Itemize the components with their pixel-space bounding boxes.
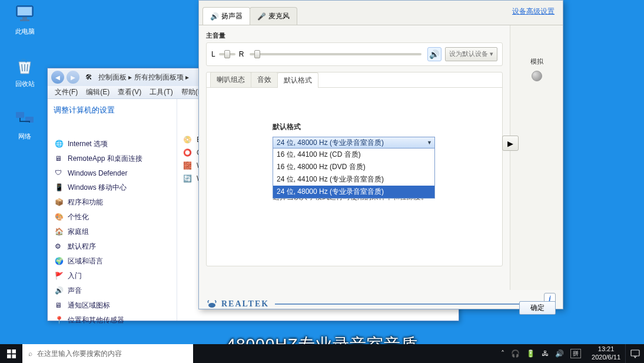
- svg-rect-11: [631, 350, 639, 356]
- search-input[interactable]: ⌕ 在这里输入你要搜索的内容: [22, 344, 193, 363]
- taskbar-clock[interactable]: 13:21 2020/6/11: [587, 345, 625, 362]
- cp-title: 调整计算机的设置: [54, 105, 171, 116]
- play-icon: ▶: [507, 139, 513, 148]
- menu-edit[interactable]: 编辑(E): [82, 86, 113, 98]
- analog-label: 模拟: [514, 57, 559, 66]
- clock-date: 2020/6/11: [592, 354, 620, 362]
- vol-l-label: L: [211, 50, 215, 58]
- nav-back-button[interactable]: ◄: [51, 71, 64, 84]
- volume-label: 主音量: [206, 31, 503, 40]
- search-icon: ⌕: [28, 349, 32, 358]
- jack-led[interactable]: [532, 71, 542, 81]
- notification-icon: [630, 349, 640, 358]
- monitor-icon: [14, 4, 35, 25]
- sound-icon: 🔊: [55, 286, 64, 296]
- desktop-icon-label: 此电脑: [15, 28, 35, 35]
- breadcrumb[interactable]: 控制面板 ▸ 所有控制面板项 ▸: [98, 72, 189, 82]
- search-placeholder: 在这里输入你要搜索的内容: [37, 349, 122, 359]
- balance-slider[interactable]: [219, 53, 235, 55]
- svg-rect-3: [20, 19, 29, 21]
- cp-item-programs[interactable]: 📦程序和功能: [54, 195, 171, 210]
- cp-item-defaultprog[interactable]: ⚙默认程序: [54, 239, 171, 254]
- format-option[interactable]: 16 位, 44100 Hz (CD 音质): [273, 148, 434, 161]
- personalize-icon: 🎨: [55, 213, 64, 222]
- programs-icon: 📦: [55, 198, 64, 207]
- subtab-format[interactable]: 默认格式: [277, 72, 318, 88]
- tray-ime[interactable]: 拼: [570, 349, 581, 358]
- desktop-icon-thispc[interactable]: 此电脑: [7, 4, 42, 36]
- svg-point-6: [208, 303, 215, 308]
- notif-icon: 🖥: [55, 301, 64, 311]
- control-panel-icon: 🛠: [85, 73, 92, 81]
- home-icon: 🏠: [55, 227, 64, 237]
- subtab-config[interactable]: 喇叭组态: [210, 72, 251, 87]
- cp-item-internet[interactable]: 🌐Internet 选项: [54, 137, 171, 151]
- test-play-button[interactable]: ▶: [502, 136, 519, 151]
- realtek-logo: REALTEK: [206, 298, 269, 310]
- cp-sidebar: 调整计算机的设置 🌐Internet 选项 🖥RemoteApp 和桌面连接 🛡…: [48, 99, 177, 321]
- tray-chevron-icon[interactable]: ˄: [501, 349, 504, 358]
- shield-icon: 🛡: [55, 169, 64, 178]
- start-button[interactable]: [0, 344, 22, 363]
- desktop-icon-network[interactable]: 网络: [7, 108, 42, 141]
- rt-footer: REALTEK i 确定: [199, 290, 563, 318]
- tray-battery-icon[interactable]: 🔋: [526, 349, 535, 358]
- nav-fwd-button[interactable]: ►: [67, 71, 79, 84]
- format-combobox[interactable]: 24 位, 48000 Hz (专业录音室音质): [273, 137, 435, 148]
- rt-subtabs: 喇叭组态 音效 默认格式: [207, 72, 502, 88]
- cp-item-homegroup[interactable]: 🏠家庭组: [54, 225, 171, 239]
- format-label: 默认格式: [273, 122, 489, 132]
- cp-item-defender[interactable]: 🛡Windows Defender: [54, 166, 171, 180]
- logo-line: [275, 303, 538, 305]
- subtab-effects[interactable]: 音效: [251, 72, 278, 87]
- svg-rect-7: [7, 349, 11, 354]
- menu-file[interactable]: 文件(F): [51, 86, 81, 98]
- cp-item-notifarea[interactable]: 🖥通知区域图标: [54, 298, 171, 313]
- rt-inner-panel: 喇叭组态 音效 默认格式 默认格式 24 位, 48000 Hz (专业录音室音…: [206, 72, 503, 266]
- svg-rect-8: [12, 349, 16, 354]
- cp-item-remoteapp[interactable]: 🖥RemoteApp 和桌面连接: [54, 151, 171, 166]
- recycle-icon: [14, 56, 35, 77]
- cp-item-getting[interactable]: 🚩入门: [54, 269, 171, 283]
- desktop-icon-recycle[interactable]: 回收站: [7, 56, 42, 88]
- location-icon: 📍: [55, 316, 64, 325]
- mute-button[interactable]: 🔊: [427, 47, 441, 61]
- cp-item-sound[interactable]: 🔊声音: [54, 283, 171, 298]
- cp-item-location[interactable]: 📍位置和其他传感器: [54, 313, 171, 328]
- realtek-window: 🔊扬声器 🎤麦克风 设备高级设置 主音量 L R 🔊 设为默认设备 ▾ 喇叭组态…: [198, 0, 563, 309]
- advanced-settings-link[interactable]: 设备高级设置: [512, 6, 555, 16]
- tab-mic[interactable]: 🎤麦克风: [250, 7, 297, 25]
- flag-icon: 🚩: [55, 272, 64, 281]
- svg-rect-1: [18, 7, 32, 15]
- rt-sidebar: 模拟: [510, 25, 563, 290]
- clock-time: 13:21: [592, 345, 620, 354]
- cp-item-region[interactable]: 🌍区域和语言: [54, 254, 171, 269]
- ok-button[interactable]: 确定: [519, 301, 556, 315]
- svg-rect-4: [16, 112, 24, 118]
- taskbar: ⌕ 在这里输入你要搜索的内容 ˄ 🎧 🔋 🖧 🔊 拼 13:21 2020/6/…: [0, 344, 644, 363]
- tray-audio-icon[interactable]: 🎧: [511, 349, 520, 358]
- rt-main: 主音量 L R 🔊 设为默认设备 ▾ 喇叭组态 音效 默认格式 默认格式: [199, 25, 510, 290]
- cp-item-mobility[interactable]: 📱Windows 移动中心: [54, 180, 171, 195]
- menu-view[interactable]: 查看(V): [114, 86, 145, 98]
- menu-tools[interactable]: 工具(T): [146, 86, 176, 98]
- tray-volume-icon[interactable]: 🔊: [555, 349, 564, 358]
- volume-slider[interactable]: [250, 53, 421, 55]
- mic-icon: 🎤: [257, 12, 266, 21]
- desktop-icon-label: 网络: [18, 133, 31, 140]
- action-center-button[interactable]: [625, 344, 644, 363]
- rt-top-tabs: 🔊扬声器 🎤麦克风 设备高级设置: [199, 1, 563, 25]
- format-option[interactable]: 24 位, 44100 Hz (专业录音室音质): [273, 173, 434, 186]
- cp-item-personalize[interactable]: 🎨个性化: [54, 210, 171, 225]
- set-default-button[interactable]: 设为默认设备 ▾: [445, 47, 497, 61]
- svg-rect-2: [22, 17, 27, 19]
- format-option-selected[interactable]: 24 位, 48000 Hz (专业录音室音质): [273, 186, 434, 198]
- tab-speaker[interactable]: 🔊扬声器: [203, 7, 250, 25]
- tray-network-icon[interactable]: 🖧: [542, 349, 549, 358]
- format-option[interactable]: 16 位, 48000 Hz (DVD 音质): [273, 161, 434, 173]
- crab-icon: [206, 298, 218, 310]
- windows-icon: [7, 349, 16, 358]
- svg-rect-9: [7, 354, 11, 358]
- remote-icon: 🖥: [55, 154, 64, 164]
- globe-icon: 🌐: [55, 140, 64, 149]
